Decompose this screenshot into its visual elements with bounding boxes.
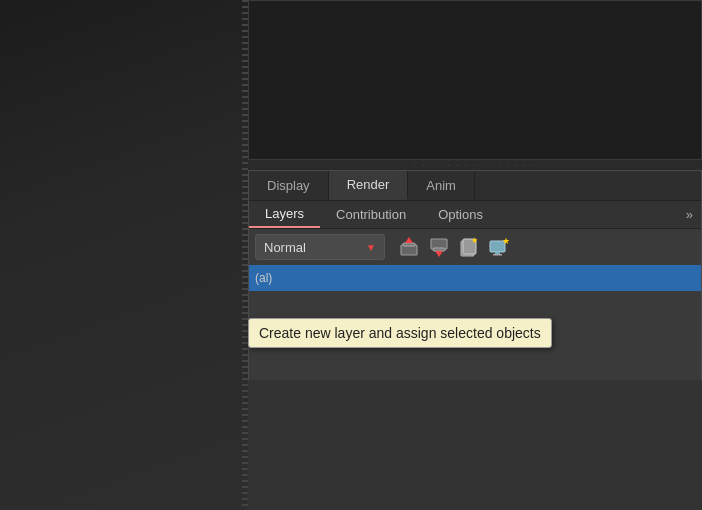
svg-text:★: ★ — [502, 236, 510, 246]
assign-layer-button[interactable]: ★ — [485, 233, 513, 261]
new-layer-icon: ★ — [458, 236, 480, 258]
tooltip: Create new layer and assign selected obj… — [248, 318, 552, 348]
tab-anim[interactable]: Anim — [408, 171, 475, 200]
tab-bar: Display Render Anim — [249, 171, 701, 201]
move-down-icon — [428, 236, 450, 258]
svg-rect-10 — [495, 252, 500, 254]
svg-rect-4 — [433, 248, 445, 251]
top-canvas — [248, 0, 702, 160]
tab-render[interactable]: Render — [329, 171, 409, 200]
assign-layer-icon: ★ — [488, 236, 510, 258]
bottom-area — [248, 380, 702, 510]
svg-marker-2 — [405, 237, 413, 243]
subtab-contribution[interactable]: Contribution — [320, 201, 422, 228]
layer-mode-dropdown[interactable]: Normal ▼ — [255, 234, 385, 260]
subtab-more-button[interactable]: » — [678, 201, 701, 228]
layer-list-header: (al) — [249, 265, 701, 291]
subtab-layers[interactable]: Layers — [249, 201, 320, 228]
svg-text:★: ★ — [471, 236, 478, 245]
dropdown-value: Normal — [264, 240, 360, 255]
layer-list-text: (al) — [255, 271, 272, 285]
toolbar: Normal ▼ — [249, 229, 701, 265]
move-layer-down-button[interactable] — [425, 233, 453, 261]
dropdown-arrow-icon: ▼ — [366, 242, 376, 253]
subtab-bar: Layers Contribution Options » — [249, 201, 701, 229]
move-layer-up-button[interactable] — [395, 233, 423, 261]
new-layer-button[interactable]: ★ — [455, 233, 483, 261]
svg-marker-5 — [435, 251, 443, 257]
svg-rect-1 — [403, 243, 415, 246]
subtab-options[interactable]: Options — [422, 201, 499, 228]
svg-rect-11 — [493, 254, 502, 256]
left-panel — [0, 0, 248, 510]
layer-icon-buttons: ★ ★ — [395, 233, 513, 261]
dotted-separator — [248, 160, 702, 170]
move-up-icon — [398, 236, 420, 258]
left-panel-background — [0, 0, 248, 510]
tab-display[interactable]: Display — [249, 171, 329, 200]
